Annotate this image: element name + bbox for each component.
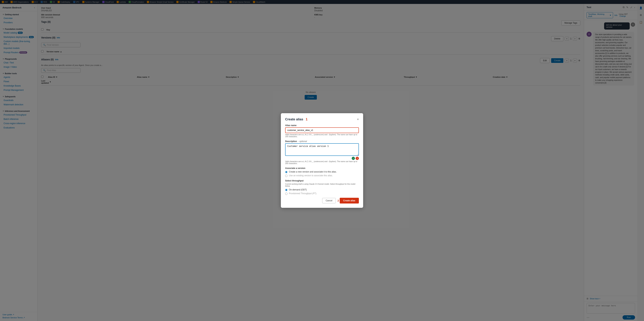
select-throughput-group: Select throughput Current working draft …: [285, 180, 359, 195]
alias-name-hint: Valid characters are a-z, A-Z, 0-9, _ (u…: [285, 134, 359, 137]
radio-new-version-label: Create a new version and associate it to…: [289, 171, 337, 173]
throughput-description: Current working draft is using Claude 3.…: [285, 183, 359, 187]
modal-number-2: 2: [338, 199, 339, 202]
radio-provisioned-label: Provisioned Throughput (PT): [289, 192, 316, 195]
create-alias-modal: Create alias 1 × Alias name Valid charac…: [281, 113, 363, 208]
modal-number-1: 1: [306, 117, 308, 121]
description-textarea[interactable]: Customer service alias version 1: [285, 143, 359, 156]
radio-new-version: Create a new version and associate it to…: [285, 171, 359, 173]
modal-actions: Cancel 2 Create alias: [285, 198, 359, 204]
radio-existing-version: Use an existing version to associate thi…: [285, 174, 359, 177]
radio-provisioned-input[interactable]: [285, 193, 288, 195]
optional-label: - optional: [298, 140, 307, 142]
cancel-button[interactable]: Cancel: [322, 198, 336, 203]
description-hint: Valid characters are a-z, A-Z, 0-9, _ (u…: [285, 160, 359, 165]
alias-name-label: Alias name: [285, 124, 359, 127]
modal-overlay: Create alias 1 × Alias name Valid charac…: [0, 0, 644, 321]
associate-version-title: Associate a version: [285, 167, 359, 170]
modal-close-button[interactable]: ×: [357, 117, 359, 121]
radio-existing-version-label: Use an existing version to associate thi…: [289, 174, 333, 177]
description-label: Description - optional: [285, 140, 359, 142]
radio-existing-version-input[interactable]: [285, 175, 288, 177]
radio-on-demand: On-demand (ODT): [285, 189, 359, 191]
alias-name-input[interactable]: [285, 127, 359, 133]
radio-on-demand-input[interactable]: [285, 189, 288, 191]
radio-provisioned: Provisioned Throughput (PT): [285, 192, 359, 195]
description-field: Description - optional Customer service …: [285, 140, 359, 165]
textarea-icons: ✓ 1: [285, 157, 359, 160]
error-icon: 1: [356, 157, 359, 160]
create-alias-button[interactable]: Create alias: [340, 198, 359, 204]
radio-new-version-input[interactable]: [285, 171, 288, 173]
select-throughput-title: Select throughput: [285, 180, 359, 182]
modal-title: Create alias: [285, 117, 303, 121]
associate-version-group: Associate a version Create a new version…: [285, 167, 359, 177]
radio-on-demand-label: On-demand (ODT): [289, 189, 307, 191]
checkmark-icon[interactable]: ✓: [352, 157, 355, 160]
modal-header: Create alias 1 ×: [285, 117, 359, 121]
alias-name-field: Alias name Valid characters are a-z, A-Z…: [285, 124, 359, 137]
